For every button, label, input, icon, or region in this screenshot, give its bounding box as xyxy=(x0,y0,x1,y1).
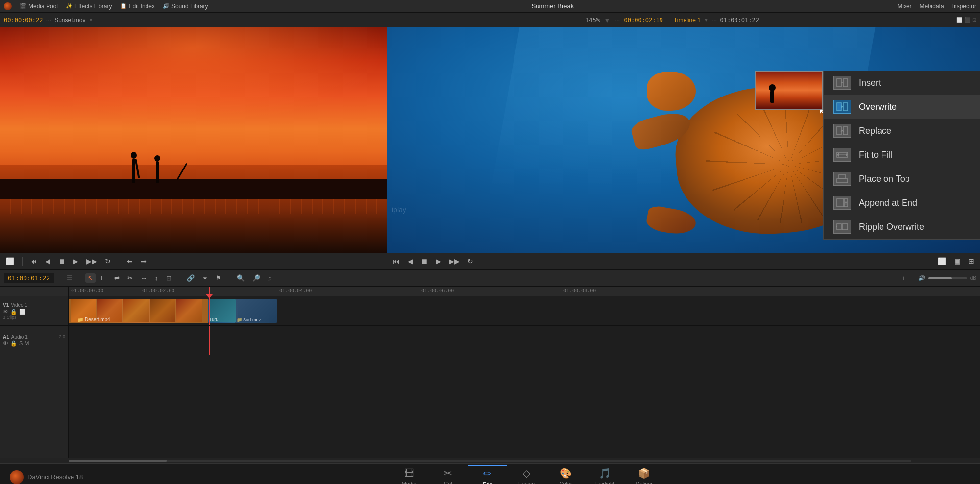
nav-fairlight[interactable]: 🎵 Fairlight xyxy=(586,465,625,484)
ripple-overwrite-icon xyxy=(833,220,851,234)
nav-edit[interactable]: ✏ Edit xyxy=(468,465,507,484)
v1-lock-btn[interactable]: 🔒 xyxy=(10,309,17,315)
tl-menu-btn[interactable]: ☰ xyxy=(64,273,75,283)
app-logo[interactable] xyxy=(4,2,12,10)
turtle-clip[interactable]: Turt... xyxy=(208,299,236,323)
tl-crop-btn[interactable]: ⊡ xyxy=(164,273,174,283)
overwrite-icon xyxy=(833,100,851,114)
surf-clip[interactable]: 📁 Surf.mov xyxy=(236,299,277,323)
timeline-scrollbar[interactable] xyxy=(0,458,980,463)
desert-clip[interactable]: 📁 Desert.mp4 xyxy=(69,299,208,323)
prog-fullscreen-btn[interactable]: ⬜ xyxy=(936,256,948,266)
timeline-ruler: 01:00:00:00 01:00:02:00 01:00:04:00 01:0… xyxy=(69,287,980,296)
tl-trim-btn[interactable]: ⊢ xyxy=(98,273,109,283)
nav-deliver[interactable]: 📦 Deliver xyxy=(625,465,664,484)
nav-edit-label: Edit xyxy=(483,481,492,484)
a1-s-btn[interactable]: S xyxy=(19,340,23,347)
tl-link-btn[interactable]: ⚭ xyxy=(200,273,210,283)
tl-minus-btn[interactable]: − xyxy=(888,273,897,283)
a1-header: A1 Audio 1 2.0 👁 🔒 S M xyxy=(0,326,68,355)
tl-position-btn[interactable]: ↕ xyxy=(152,273,161,283)
ctx-place-on-top[interactable]: Place on Top xyxy=(824,167,980,191)
davinci-logo: DaVinci Resolve 18 xyxy=(10,470,83,484)
tl-dynamic-btn[interactable]: ⇌ xyxy=(112,273,122,283)
svg-rect-4 xyxy=(843,103,848,111)
track-headers: V1 Video 1 👁 🔒 ⬜ 3 Clips A1 Audi xyxy=(0,287,69,458)
fusion-icon: ◇ xyxy=(523,467,530,479)
metadata-btn[interactable]: Metadata xyxy=(920,3,944,10)
tl-zoom-out-btn[interactable]: 🔍 xyxy=(234,273,247,283)
nav-color-label: Color xyxy=(559,481,572,484)
media-pool-btn[interactable]: 🎬 Media Pool xyxy=(20,3,58,10)
tl-blade-btn[interactable]: ✂ xyxy=(125,273,135,283)
nav-media[interactable]: 🎞 Media xyxy=(390,466,429,484)
ctx-overwrite[interactable]: Overwrite xyxy=(824,95,980,119)
tl-select-btn[interactable]: ↖ xyxy=(85,273,96,283)
source-controls: ⬜ ⏮ ◀ ⏹ ▶ ▶▶ ↻ ⬅ ➡ xyxy=(0,253,387,269)
svg-rect-6 xyxy=(837,127,841,135)
program-timecode: 01:00:01:22 xyxy=(720,17,759,24)
ctx-ripple-overwrite[interactable]: Ripple Overwrite xyxy=(824,215,980,239)
replace-label: Replace xyxy=(859,126,891,136)
svg-rect-19 xyxy=(842,224,848,230)
prog-pip-btn[interactable]: ▣ xyxy=(952,256,962,266)
ctx-insert[interactable]: Insert xyxy=(824,71,980,95)
append-at-end-label: Append at End xyxy=(859,198,917,208)
insert-icon xyxy=(833,76,851,90)
prog-prev-btn[interactable]: ◀ xyxy=(406,256,415,266)
tl-snapping-btn[interactable]: 🔗 xyxy=(184,273,197,283)
nav-cut[interactable]: ✂ Cut xyxy=(429,465,468,484)
program-zoom: 145% xyxy=(586,17,600,24)
source-prev-btn[interactable]: ◀ xyxy=(43,256,52,266)
nav-cut-label: Cut xyxy=(444,481,452,484)
source-fullscreen-btn[interactable]: ⬜ xyxy=(4,256,16,266)
prog-stop-btn[interactable]: ⏹ xyxy=(419,256,430,266)
tl-slip-btn[interactable]: ↔ xyxy=(138,273,149,283)
a1-eye-btn[interactable]: 👁 xyxy=(3,340,8,347)
prog-skip-start-btn[interactable]: ⏮ xyxy=(391,256,402,266)
audio-slider[interactable] xyxy=(928,277,967,279)
ctx-fit-to-fill[interactable]: Fit to Fill xyxy=(824,143,980,167)
source-loop-btn[interactable]: ↻ xyxy=(103,256,113,266)
edit-index-btn[interactable]: 📋 Edit Index xyxy=(120,3,155,10)
a1-m-btn[interactable]: M xyxy=(24,340,29,347)
tl-flag-btn[interactable]: ⚑ xyxy=(213,273,224,283)
ctx-replace[interactable]: Replace xyxy=(824,119,980,143)
context-menu: Insert Overwrite xyxy=(823,71,980,240)
svg-rect-13 xyxy=(839,175,846,178)
fit-to-fill-icon xyxy=(833,148,851,162)
prog-play-full-btn[interactable]: ▶▶ xyxy=(447,256,462,266)
source-stop-btn[interactable]: ⏹ xyxy=(56,256,67,266)
tl-plus-btn[interactable]: + xyxy=(899,273,908,283)
a1-label: A1 xyxy=(3,334,9,339)
mixer-btn[interactable]: Mixer xyxy=(897,3,911,10)
source-preview xyxy=(0,27,387,253)
nav-color[interactable]: 🎨 Color xyxy=(546,465,586,484)
surf-clip-label: Surf.mov xyxy=(243,317,261,322)
sound-library-btn[interactable]: 🔊 Sound Library xyxy=(163,3,208,10)
place-on-top-label: Place on Top xyxy=(859,174,910,184)
video-track: 📁 Desert.mp4 Turt... 📁 Surf. xyxy=(69,296,980,326)
turtle-clip-label: Turt... xyxy=(209,317,220,322)
source-mark-out-btn[interactable]: ➡ xyxy=(139,256,148,266)
source-skip-start-btn[interactable]: ⏮ xyxy=(28,256,39,266)
ctx-append-at-end[interactable]: Append at End xyxy=(824,191,980,215)
a1-lock-btn[interactable]: 🔒 xyxy=(10,340,17,347)
v1-eye-btn[interactable]: 👁 xyxy=(3,309,8,315)
svg-rect-1 xyxy=(843,79,848,87)
v1-clip-btn[interactable]: ⬜ xyxy=(19,309,26,315)
desert-clip-label: Desert.mp4 xyxy=(85,317,110,322)
nav-fusion[interactable]: ◇ Fusion xyxy=(507,465,546,484)
prog-more-btn[interactable]: ⊞ xyxy=(966,256,976,266)
source-play-btn[interactable]: ▶ xyxy=(71,256,80,266)
prog-loop-btn[interactable]: ↻ xyxy=(466,256,475,266)
watermark: iplay xyxy=(392,206,406,214)
prog-play-btn[interactable]: ▶ xyxy=(434,256,443,266)
source-next-btn[interactable]: ▶▶ xyxy=(84,256,99,266)
source-timecode: 00:00:00:22 xyxy=(4,17,43,24)
tl-zoom-in-btn[interactable]: 🔎 xyxy=(250,273,263,283)
source-mark-in-btn[interactable]: ⬅ xyxy=(125,256,135,266)
effects-library-btn[interactable]: ✨ Effects Library xyxy=(66,3,112,10)
inspector-btn[interactable]: Inspector xyxy=(952,3,976,10)
tl-search-btn[interactable]: ⌕ xyxy=(266,273,274,283)
